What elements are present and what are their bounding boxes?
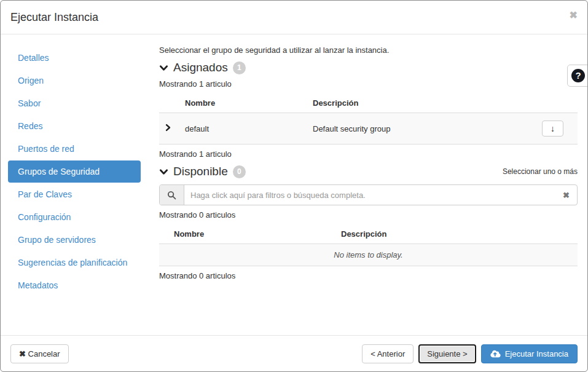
sidebar-item-configuracion[interactable]: Configuración [8,206,141,228]
description-column-header: Descripción [308,93,537,113]
search-input[interactable] [184,191,555,200]
assigned-table-header-row: Nombre Descripción [159,93,578,113]
available-section-header: Disponible 0 Seleccionar uno o más [159,165,578,178]
clear-search-icon[interactable]: ✖ [555,191,577,200]
sidebar-item-sabor[interactable]: Sabor [8,92,141,114]
next-button[interactable]: Siguiente > [418,344,476,363]
arrow-down-icon: ↓ [551,124,555,133]
row-description: Default security group [308,113,537,144]
page-title: Ejecutar Instancia [10,11,98,24]
assigned-count-badge: 1 [233,61,246,74]
chevron-down-icon[interactable] [159,167,168,176]
available-count-top: Mostrando 0 articulos [159,210,578,220]
sidebar-item-puertos-de-red[interactable]: Puertos de red [8,138,141,160]
search-icon[interactable] [160,185,184,205]
table-row: default Default security group ↓ [159,113,578,144]
assigned-table: Nombre Descripción default Default sec [159,93,578,144]
sidebar-item-redes[interactable]: Redes [8,115,141,137]
step-content: Seleccionar el grupo de seguridad a util… [151,34,587,335]
back-button[interactable]: < Anterior [362,344,414,363]
x-icon: ✖ [19,349,26,358]
action-column-header [537,93,578,113]
detail-column-header [159,93,180,113]
launch-instance-dialog: Ejecutar Instancia ✖ ? Detalles Origen S… [0,0,588,372]
assigned-section-header: Asignados 1 [159,61,578,74]
available-count-badge: 0 [233,165,246,178]
description-column-header: Descripción [336,224,578,244]
assigned-count-bottom: Mostrando 1 articulo [159,149,578,159]
close-icon[interactable]: ✖ [570,10,578,20]
dialog-footer: ✖ Cancelar < Anterior Siguiente > Ejecut… [1,335,587,371]
sidebar-item-par-de-claves[interactable]: Par de Claves [8,183,141,205]
sidebar-item-grupos-de-seguridad[interactable]: Grupos de Seguridad [8,160,141,183]
available-section-title: Disponible [173,165,228,178]
select-hint: Seleccionar uno o más [503,167,578,176]
help-button[interactable]: ? [567,65,587,87]
dialog-body: ? Detalles Origen Sabor Redes Puertos de… [1,34,587,335]
cancel-button[interactable]: ✖ Cancelar [10,344,69,363]
chevron-right-icon[interactable] [164,124,172,132]
name-column-header: Nombre [180,93,308,113]
sidebar-item-grupo-de-servidores[interactable]: Grupo de servidores [8,229,141,251]
step-description: Seleccionar el grupo de seguridad a util… [159,46,578,55]
row-name: default [180,113,308,144]
sidebar-item-sugerencias-de-planificacion[interactable]: Sugerencias de planificación [8,251,141,274]
available-table: Nombre Descripción No items to display. [159,224,578,266]
dialog-header: Ejecutar Instancia ✖ [1,1,587,34]
assigned-section-title: Asignados [173,61,228,74]
wizard-sidebar: Detalles Origen Sabor Redes Puertos de r… [1,34,151,335]
remove-security-group-button[interactable]: ↓ [542,121,563,137]
sidebar-item-origen[interactable]: Origen [8,69,141,92]
chevron-left-icon: < [370,349,375,358]
assigned-count-top: Mostrando 1 articulo [159,79,578,89]
question-icon: ? [571,69,585,82]
chevron-right-icon: > [463,349,468,358]
empty-table-row: No items to display. [159,244,578,266]
empty-message: No items to display. [159,244,578,266]
chevron-down-icon[interactable] [159,63,168,73]
name-column-header: Nombre [159,224,336,244]
cloud-upload-icon [490,350,501,358]
sidebar-item-metadatos[interactable]: Metadatos [8,274,141,296]
sidebar-item-detalles[interactable]: Detalles [8,47,141,69]
available-count-bottom: Mostrando 0 articulos [159,271,578,280]
available-table-header-row: Nombre Descripción [159,224,578,244]
launch-instance-button[interactable]: Ejecutar Instancia [481,344,578,363]
filter-search-box: ✖ [159,184,578,205]
